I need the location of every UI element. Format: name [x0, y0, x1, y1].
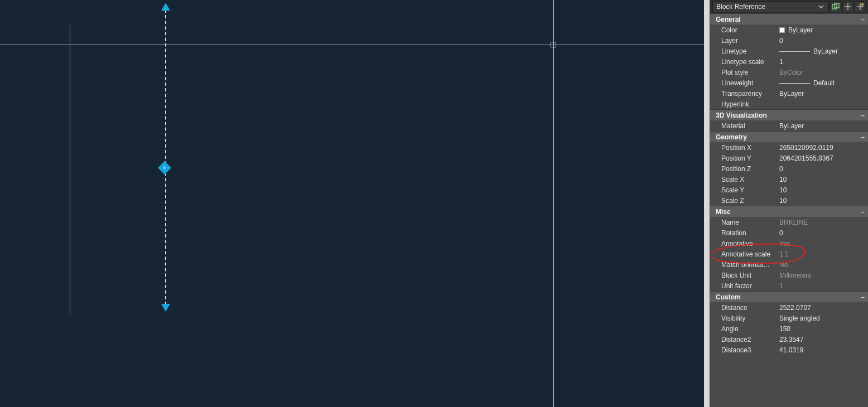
prop-value[interactable]: Yes — [777, 240, 868, 248]
prop-general-2[interactable]: LinetypeByLayer — [710, 46, 868, 56]
prop-value-text: ByColor — [779, 69, 803, 76]
prop-value[interactable]: Single angled — [777, 314, 868, 322]
prop-label: Position X — [710, 144, 777, 152]
prop-value[interactable]: 41.0319 — [777, 346, 868, 354]
prop-value[interactable]: No — [777, 261, 868, 269]
select-objects-icon[interactable] — [842, 1, 853, 12]
collapse-icon[interactable]: – — [861, 112, 865, 119]
prop-value[interactable]: 2650120992.0119 — [777, 144, 868, 152]
prop-value-text: Default — [813, 79, 835, 87]
prop-misc-5[interactable]: Block UnitMillimeters — [710, 270, 868, 280]
prop-custom-1[interactable]: VisibilitySingle angled — [710, 313, 868, 323]
prop-label: Hyperlink — [710, 100, 777, 108]
prop-custom-0[interactable]: Distance2522.0707 — [710, 302, 868, 313]
prop-value[interactable]: BRKLINE — [777, 219, 868, 226]
prop-misc-3[interactable]: Annotative scale1:1 — [710, 249, 868, 259]
prop-label: Distance3 — [710, 346, 777, 354]
prop-misc-4[interactable]: Match orientat...No — [710, 259, 868, 270]
prop-value[interactable]: ByLayer — [777, 47, 868, 55]
quick-select-icon[interactable] — [855, 1, 866, 12]
grip-arrow-up-icon[interactable] — [161, 3, 170, 11]
prop-value[interactable]: 0 — [777, 229, 868, 237]
collapse-icon[interactable]: – — [861, 16, 865, 23]
prop-value-text: ByLayer — [779, 122, 804, 130]
prop-general-5[interactable]: LineweightDefault — [710, 77, 868, 88]
prop-value[interactable]: ByLayer — [777, 90, 868, 98]
prop-value[interactable]: ByLayer — [777, 122, 868, 130]
prop-value[interactable]: 10 — [777, 176, 868, 183]
prop-value[interactable]: 1 — [777, 58, 868, 66]
prop-custom-4[interactable]: Distance341.0319 — [710, 345, 868, 355]
prop-value[interactable]: 2064201555.8367 — [777, 154, 868, 162]
prop-geometry-5[interactable]: Scale Z10 — [710, 195, 868, 206]
prop-general-1[interactable]: Layer0 — [710, 35, 868, 46]
prop-value-text: 10 — [779, 197, 787, 205]
prop-label: Plot style — [710, 69, 777, 76]
prop-misc-0[interactable]: NameBRKLINE — [710, 217, 868, 227]
svg-point-8 — [861, 3, 864, 6]
collapse-icon[interactable]: – — [861, 208, 865, 216]
prop-geometry-2[interactable]: Position Z0 — [710, 163, 868, 174]
section-header-misc[interactable]: Misc– — [710, 206, 868, 217]
prop-label: Transparency — [710, 90, 777, 98]
drawing-canvas[interactable] — [0, 0, 710, 407]
prop-value[interactable]: 23.3547 — [777, 336, 868, 343]
prop-value[interactable]: 150 — [777, 325, 868, 333]
selected-breakline[interactable] — [165, 9, 166, 305]
prop-label: Layer — [710, 37, 777, 45]
collapse-icon[interactable]: – — [861, 293, 865, 301]
prop-geometry-1[interactable]: Position Y2064201555.8367 — [710, 153, 868, 163]
prop-value[interactable]: 0 — [777, 165, 868, 173]
prop-value[interactable]: Default — [777, 79, 868, 87]
prop-custom-2[interactable]: Angle150 — [710, 323, 868, 334]
prop-value-text: 1 — [779, 58, 783, 66]
object-type-selector[interactable]: Block Reference — [712, 1, 829, 12]
grip-arrow-down-icon[interactable] — [161, 304, 170, 312]
prop-general-7[interactable]: Hyperlink — [710, 99, 868, 109]
prop-label: Distance — [710, 304, 777, 312]
prop-misc-1[interactable]: Rotation0 — [710, 227, 868, 238]
prop-label: Position Y — [710, 154, 777, 162]
section-header-geometry[interactable]: Geometry– — [710, 131, 868, 142]
prop-misc-6[interactable]: Unit factor1 — [710, 280, 868, 291]
linetype-preview-icon — [779, 83, 810, 84]
prop-misc-2[interactable]: AnnotativeYes — [710, 238, 868, 249]
prop-value[interactable]: 10 — [777, 186, 868, 194]
section-header-general[interactable]: General– — [710, 13, 868, 25]
prop-general-4[interactable]: Plot styleByColor — [710, 67, 868, 77]
prop-value[interactable]: 10 — [777, 197, 868, 205]
prop-label: Linetype — [710, 47, 777, 55]
prop-geometry-4[interactable]: Scale Y10 — [710, 185, 868, 195]
prop-value[interactable]: Millimeters — [777, 272, 868, 279]
dropdown-arrow-icon — [817, 3, 825, 11]
panel-resize-handle[interactable] — [704, 0, 710, 407]
prop-custom-3[interactable]: Distance223.3547 — [710, 334, 868, 345]
prop-value[interactable]: 2522.0707 — [777, 304, 868, 312]
prop-value[interactable]: 0 — [777, 37, 868, 45]
section-title: General — [716, 16, 741, 23]
prop-label: Name — [710, 219, 777, 226]
section-title: Geometry — [716, 133, 747, 141]
section-title: 3D Visualization — [716, 112, 767, 119]
prop-value[interactable]: ByColor — [777, 69, 868, 76]
collapse-icon[interactable]: – — [861, 133, 865, 141]
prop-value-text: ByLayer — [813, 47, 838, 55]
prop-label: Annotative — [710, 240, 777, 248]
prop-label: Visibility — [710, 314, 777, 322]
prop-general-6[interactable]: TransparencyByLayer — [710, 88, 868, 99]
prop-value-text: 10 — [779, 186, 787, 194]
grip-basepoint-icon[interactable] — [157, 161, 172, 175]
section-header-custom[interactable]: Custom– — [710, 291, 868, 302]
prop-general-0[interactable]: ColorByLayer — [710, 25, 868, 35]
prop-viz-0[interactable]: MaterialByLayer — [710, 120, 868, 131]
prop-value[interactable]: 1:1 — [777, 250, 868, 258]
prop-geometry-3[interactable]: Scale X10 — [710, 174, 868, 185]
object-line[interactable] — [70, 25, 70, 315]
section-header-viz[interactable]: 3D Visualization– — [710, 109, 868, 120]
toggle-pickadd-icon[interactable] — [830, 1, 841, 12]
properties-panel: Block Reference General–ColorBy — [710, 0, 868, 407]
prop-value[interactable]: 1 — [777, 282, 868, 290]
prop-value[interactable]: ByLayer — [777, 26, 868, 34]
prop-geometry-0[interactable]: Position X2650120992.0119 — [710, 142, 868, 153]
prop-general-3[interactable]: Linetype scale1 — [710, 56, 868, 67]
